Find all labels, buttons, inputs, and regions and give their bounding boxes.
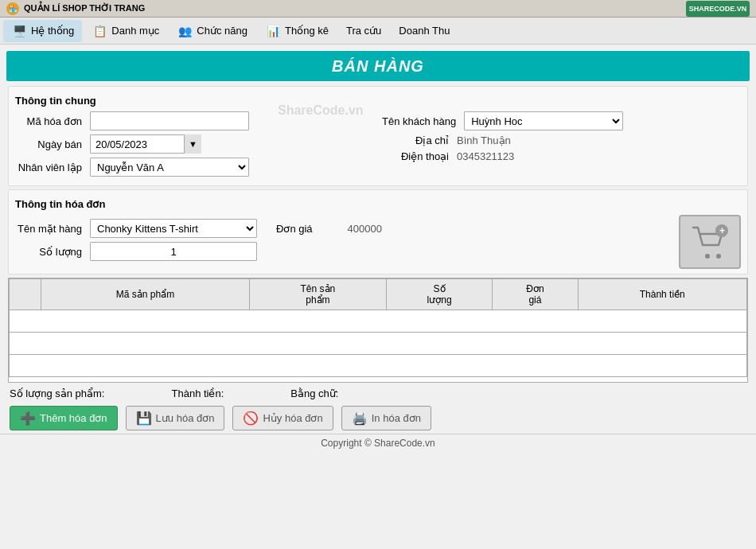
add-to-cart-button[interactable]: +	[679, 215, 741, 269]
so-luong-input[interactable]	[90, 242, 257, 261]
luu-hoa-don-label: Lưu hóa đơn	[156, 412, 215, 424]
ten-mat-hang-select[interactable]: Chonky Kittens T-shirt Áo sơ mi Quần jea…	[90, 219, 257, 238]
app-title: QUẢN LÍ SHOP THỜI TRANG	[24, 3, 145, 14]
print-icon: 🖨️	[352, 411, 368, 426]
main-content: BÁN HÀNG Thông tin chung ShareCode.vn Mã…	[0, 51, 756, 452]
bang-chu-summary-label: Bằng chữ:	[290, 387, 338, 399]
he-thong-icon: 🖥️	[11, 23, 27, 39]
ngay-ban-label: Ngày bán	[15, 138, 87, 150]
invoice-table: Mã sản phẩm Tên sảnphẩm Sốlượng Đơngiá T…	[9, 278, 747, 377]
ten-khach-hang-label: Tên khách hàng	[382, 115, 461, 127]
ten-khach-hang-row: Tên khách hàng Huỳnh Hoc Nguyễn Thị B	[382, 111, 741, 130]
thanh-tien-summary: Thành tiền:	[172, 387, 275, 399]
huy-hoa-don-button[interactable]: 🚫 Hủy hóa đơn	[232, 406, 333, 430]
action-buttons: ➕ Thêm hóa đơn 💾 Lưu hóa đơn 🚫 Hủy hóa đ…	[8, 406, 748, 430]
svg-text:+: +	[719, 225, 725, 236]
so-luong-san-pham-summary: Số lượng sản phẩm:	[10, 387, 156, 399]
invoice-table-container: Mã sản phẩm Tên sảnphẩm Sốlượng Đơngiá T…	[8, 278, 748, 383]
save-icon: 💾	[136, 411, 152, 426]
cart-icon: +	[690, 224, 730, 259]
huy-hoa-don-label: Hủy hóa đơn	[263, 412, 322, 424]
dia-chi-value: Bình Thuận	[457, 134, 511, 146]
footer: Copyright © ShareCode.vn	[0, 434, 756, 452]
them-hoa-don-button[interactable]: ➕ Thêm hóa đơn	[10, 406, 118, 430]
menu-label-thong-ke: Thống kê	[285, 25, 329, 37]
dia-chi-label: Địa chỉ	[382, 134, 454, 146]
menu-item-danh-muc[interactable]: 📋 Danh mục	[84, 20, 167, 42]
ten-mat-hang-label: Tên mặt hàng	[15, 223, 87, 235]
page-title-bar: BÁN HÀNG	[6, 51, 750, 81]
luu-hoa-don-button[interactable]: 💾 Lưu hóa đơn	[126, 406, 225, 430]
menu-label-he-thong: Hệ thống	[31, 25, 74, 37]
menu-label-danh-muc: Danh mục	[111, 25, 159, 37]
thong-ke-icon: 📊	[265, 23, 281, 39]
don-gia-value: 400000	[348, 223, 382, 235]
empty-row-3	[10, 355, 747, 377]
ngay-ban-row: Ngày bán ▼	[15, 134, 374, 154]
page-title: BÁN HÀNG	[332, 57, 424, 76]
bang-chu-summary: Bằng chữ:	[290, 387, 389, 399]
menu-item-he-thong[interactable]: 🖥️ Hệ thống	[3, 20, 82, 42]
footer-text: Copyright © ShareCode.vn	[321, 438, 435, 449]
thong-tin-hoa-don-header: Thông tin hóa đơn	[15, 198, 741, 210]
right-col: Tên khách hàng Huỳnh Hoc Nguyễn Thị B Đị…	[382, 111, 741, 166]
ma-hoa-don-input[interactable]	[90, 111, 249, 130]
menu-item-tra-cuu[interactable]: Tra cứu	[338, 21, 389, 40]
ma-hoa-don-label: Mã hóa đơn	[15, 115, 87, 127]
summary-row: Số lượng sản phẩm: Thành tiền: Bằng chữ:	[8, 387, 748, 399]
app-icon: 🏪	[6, 2, 19, 15]
col-so-luong: Sốlượng	[386, 279, 492, 310]
nhan-vien-row: Nhân viên lập Nguyễn Văn A Nguyễn Văn B	[15, 158, 374, 177]
so-luong-row: Số lượng	[15, 242, 671, 261]
nhan-vien-select[interactable]: Nguyễn Văn A Nguyễn Văn B	[90, 158, 249, 177]
chuc-nang-icon: 👥	[177, 23, 193, 39]
col-ma-san-pham: Mã sản phẩm	[41, 279, 250, 310]
dia-chi-row: Địa chỉ Bình Thuận	[382, 134, 741, 146]
menu-bar: 🖥️ Hệ thống 📋 Danh mục 👥 Chức năng 📊 Thố…	[0, 18, 756, 45]
danh-muc-icon: 📋	[92, 23, 107, 39]
date-picker-button[interactable]: ▼	[184, 134, 201, 154]
menu-item-thong-ke[interactable]: 📊 Thống kê	[257, 20, 337, 42]
dien-thoai-value: 0345321123	[457, 150, 514, 162]
col-ten-san-pham: Tên sảnphẩm	[249, 279, 386, 310]
title-bar: 🏪 QUẢN LÍ SHOP THỜI TRANG SHARECODE.VN	[0, 0, 756, 18]
in-hoa-don-button[interactable]: 🖨️ In hóa đơn	[341, 406, 431, 430]
col-index	[10, 279, 41, 310]
sharecode-logo: SHARECODE.VN	[686, 1, 750, 17]
thong-tin-chung-section: Thông tin chung ShareCode.vn Mã hóa đơn …	[8, 86, 748, 186]
product-form-area: Tên mặt hàng Chonky Kittens T-shirt Áo s…	[15, 215, 741, 269]
col-thanh-tien: Thành tiền	[578, 279, 746, 310]
empty-row-2	[10, 333, 747, 355]
add-icon: ➕	[20, 411, 36, 426]
date-input-wrap: ▼	[90, 134, 201, 154]
menu-label-tra-cuu: Tra cứu	[346, 25, 381, 37]
menu-item-chuc-nang[interactable]: 👥 Chức năng	[169, 20, 255, 42]
nhan-vien-label: Nhân viên lập	[15, 162, 87, 173]
svg-point-0	[705, 254, 710, 259]
svg-point-1	[716, 254, 721, 259]
cancel-icon: 🚫	[243, 411, 259, 426]
ten-mat-hang-row: Tên mặt hàng Chonky Kittens T-shirt Áo s…	[15, 219, 671, 238]
dien-thoai-row: Điện thoại 0345321123	[382, 150, 741, 162]
ten-khach-hang-select[interactable]: Huỳnh Hoc Nguyễn Thị B	[464, 111, 623, 130]
dien-thoai-label: Điện thoại	[382, 150, 454, 162]
product-inputs: Tên mặt hàng Chonky Kittens T-shirt Áo s…	[15, 219, 671, 265]
menu-item-doanh-thu[interactable]: Doanh Thu	[391, 21, 458, 40]
don-gia-label: Đơn giá	[276, 223, 313, 235]
form-container: Thông tin chung ShareCode.vn Mã hóa đơn …	[0, 86, 756, 430]
so-luong-label: Số lượng	[15, 246, 87, 258]
col-don-gia: Đơngiá	[493, 279, 578, 310]
thong-tin-hoa-don-section: Thông tin hóa đơn Tên mặt hàng Chonky Ki…	[8, 189, 748, 274]
menu-label-chuc-nang: Chức năng	[197, 25, 247, 37]
thong-tin-chung-form: Mã hóa đơn Ngày bán ▼ Nhân viên lập	[15, 111, 741, 181]
ma-hoa-don-row: Mã hóa đơn	[15, 111, 374, 130]
them-hoa-don-label: Thêm hóa đơn	[40, 412, 107, 424]
thong-tin-chung-header: Thông tin chung	[15, 95, 741, 107]
empty-row-1	[10, 310, 747, 333]
thanh-tien-summary-label: Thành tiền:	[172, 387, 224, 399]
in-hoa-don-label: In hóa đơn	[372, 412, 421, 424]
so-luong-san-pham-summary-label: Số lượng sản phẩm:	[10, 387, 105, 399]
left-col: Mã hóa đơn Ngày bán ▼ Nhân viên lập	[15, 111, 374, 181]
menu-label-doanh-thu: Doanh Thu	[399, 25, 450, 37]
